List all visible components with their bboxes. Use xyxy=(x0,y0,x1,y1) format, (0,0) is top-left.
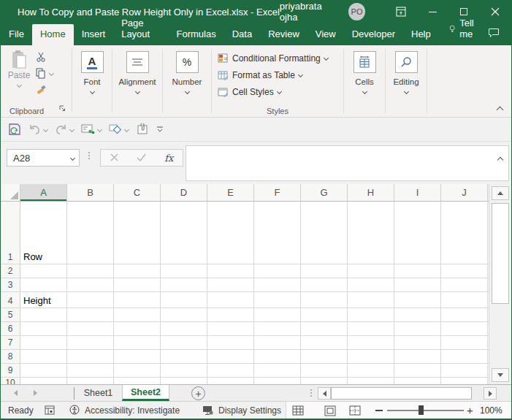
alignment-group-collapsed[interactable]: Alignment xyxy=(112,45,162,117)
paste-button[interactable]: Paste xyxy=(7,50,31,104)
tab-file[interactable]: File xyxy=(1,24,32,45)
display-settings-button[interactable]: Display Settings xyxy=(202,402,281,419)
shapes-button[interactable] xyxy=(109,123,129,135)
row-header[interactable]: 4 xyxy=(1,292,20,308)
format-as-table-button[interactable]: Format as Table xyxy=(218,66,343,83)
row-cells[interactable] xyxy=(20,364,488,377)
column-header-F[interactable]: F xyxy=(254,184,301,201)
undo-button[interactable] xyxy=(28,124,47,135)
tab-data[interactable]: Data xyxy=(224,24,260,45)
tab-help[interactable]: Help xyxy=(403,24,439,45)
zoom-slider-handle[interactable] xyxy=(419,405,424,415)
vertical-scrollbar[interactable] xyxy=(489,184,511,384)
row-header[interactable]: 5 xyxy=(1,308,20,321)
scroll-left-button[interactable] xyxy=(318,387,331,400)
save-button[interactable] xyxy=(8,123,21,136)
row-header[interactable]: 3 xyxy=(1,278,20,291)
column-header-B[interactable]: B xyxy=(67,184,114,201)
column-header-J[interactable]: J xyxy=(441,184,488,201)
tab-insert[interactable]: Insert xyxy=(74,24,114,45)
column-header-G[interactable]: G xyxy=(301,184,348,201)
zoom-out-button[interactable] xyxy=(375,410,383,411)
row-header[interactable]: 7 xyxy=(1,336,20,349)
customize-qat-button[interactable] xyxy=(156,126,164,134)
clipboard-dialog-launcher[interactable] xyxy=(59,102,66,115)
cancel-button[interactable] xyxy=(110,151,118,164)
name-box[interactable]: A28 xyxy=(7,149,80,167)
page-layout-view-button[interactable] xyxy=(321,404,339,417)
row-cells[interactable] xyxy=(20,278,488,291)
row-cells[interactable] xyxy=(20,378,488,384)
horizontal-scrollbar-thumb[interactable] xyxy=(331,387,472,400)
cell-A4[interactable]: Height xyxy=(23,294,51,305)
new-sheet-button[interactable]: + xyxy=(191,386,205,400)
tell-me-button[interactable]: Tell me xyxy=(439,13,488,45)
attach-file-button[interactable] xyxy=(136,123,149,136)
zoom-slider-track[interactable] xyxy=(387,410,464,411)
vertical-scrollbar-thumb[interactable] xyxy=(492,203,509,304)
tab-page-layout[interactable]: Page Layout xyxy=(113,13,168,45)
tab-review[interactable]: Review xyxy=(260,24,307,45)
row-header[interactable]: 1 xyxy=(1,202,20,264)
enter-button[interactable] xyxy=(137,151,146,164)
tab-formulas[interactable]: Formulas xyxy=(169,24,224,45)
cell-A1[interactable]: Row xyxy=(23,251,42,262)
contact-card-button[interactable] xyxy=(81,123,102,135)
previous-sheet-icon[interactable] xyxy=(14,390,18,396)
row-cells[interactable] xyxy=(20,308,488,321)
tab-home[interactable]: Home xyxy=(32,24,74,45)
row-cells[interactable] xyxy=(20,264,488,278)
formula-bar-drag-handle[interactable] xyxy=(88,152,90,159)
scroll-up-button[interactable] xyxy=(492,186,509,200)
font-group-collapsed[interactable]: A Font xyxy=(72,45,112,117)
column-header-C[interactable]: C xyxy=(114,184,161,201)
editing-group-collapsed[interactable]: Editing xyxy=(386,45,427,117)
row-header[interactable]: 10 xyxy=(1,378,20,384)
row-cells[interactable]: Row xyxy=(20,202,488,264)
scroll-right-button[interactable] xyxy=(484,387,497,400)
name-box-dropdown-icon[interactable] xyxy=(66,156,79,160)
avatar[interactable]: PO xyxy=(348,3,364,20)
tab-view[interactable]: View xyxy=(307,24,344,45)
scroll-down-button[interactable] xyxy=(492,368,509,382)
row-header[interactable]: 2 xyxy=(1,264,20,278)
column-header-A[interactable]: A xyxy=(20,184,67,201)
insert-function-button[interactable]: fx xyxy=(164,153,173,164)
redo-button[interactable] xyxy=(55,124,74,135)
expand-formula-bar-icon[interactable] xyxy=(498,152,503,165)
column-header-H[interactable]: H xyxy=(348,184,394,201)
accessibility-status[interactable]: Accessibility: Investigate xyxy=(69,402,180,419)
number-group-collapsed[interactable]: % Number xyxy=(163,45,211,117)
column-header-E[interactable]: E xyxy=(207,184,254,201)
comments-button[interactable] xyxy=(488,28,500,45)
row-cells[interactable]: Height xyxy=(20,292,488,308)
select-all-button[interactable] xyxy=(1,184,20,201)
row-cells[interactable] xyxy=(20,350,488,363)
ribbon-display-options-button[interactable] xyxy=(386,0,417,23)
row-header[interactable]: 8 xyxy=(1,350,20,363)
format-painter-button[interactable] xyxy=(36,83,53,95)
cells-group-collapsed[interactable]: Cells xyxy=(344,45,385,117)
conditional-formatting-button[interactable]: = Conditional Formatting xyxy=(218,50,343,66)
column-header-D[interactable]: D xyxy=(161,184,207,201)
worksheet-grid[interactable]: 1 Row 2 3 4 Height 5 6 7 xyxy=(1,202,489,384)
sheet-tab-sheet2[interactable]: Sheet2 xyxy=(122,385,169,401)
normal-view-button[interactable] xyxy=(289,404,307,417)
next-sheet-icon[interactable] xyxy=(34,390,37,396)
page-break-preview-button[interactable] xyxy=(346,404,364,417)
row-cells[interactable] xyxy=(20,336,488,349)
macro-record-button[interactable] xyxy=(45,402,56,419)
cut-button[interactable] xyxy=(36,51,53,63)
column-header-I[interactable]: I xyxy=(394,184,441,201)
zoom-level[interactable]: 100% xyxy=(480,405,503,416)
row-cells[interactable] xyxy=(20,322,488,335)
sheet-tab-sheet1[interactable]: Sheet1 xyxy=(74,385,122,401)
copy-button[interactable] xyxy=(36,67,53,79)
cell-styles-button[interactable]: Cell Styles xyxy=(218,83,343,100)
collapse-ribbon-button[interactable] xyxy=(497,107,504,114)
zoom-in-button[interactable]: + xyxy=(467,405,473,415)
tab-developer[interactable]: Developer xyxy=(344,24,403,45)
user-name[interactable]: priyabrata ojha xyxy=(280,1,338,23)
row-header[interactable]: 9 xyxy=(1,364,20,377)
formula-input[interactable] xyxy=(186,145,509,181)
